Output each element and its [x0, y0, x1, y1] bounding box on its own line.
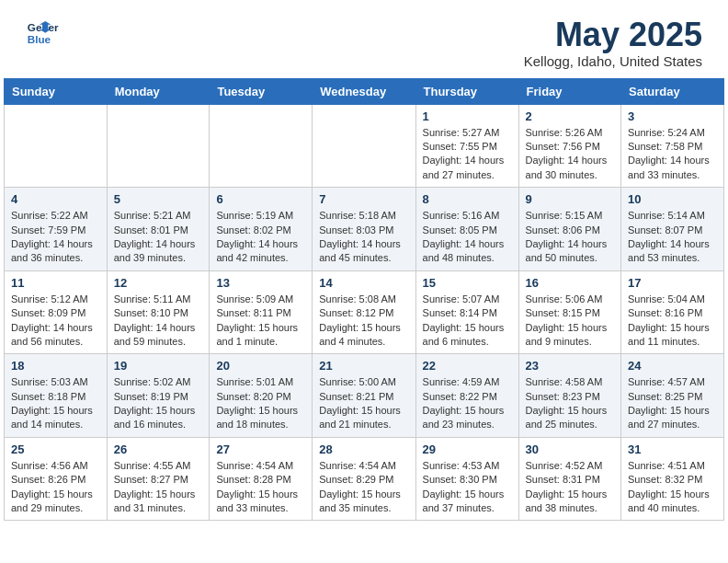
day-info: Sunrise: 5:15 AM Sunset: 8:06 PM Dayligh…	[526, 209, 615, 266]
header-thursday: Thursday	[415, 78, 518, 104]
title-block: May 2025 Kellogg, Idaho, United States	[524, 17, 702, 69]
day-number: 29	[423, 442, 512, 456]
table-row: 28Sunrise: 4:54 AM Sunset: 8:29 PM Dayli…	[313, 437, 415, 521]
table-row: 18Sunrise: 5:03 AM Sunset: 8:18 PM Dayli…	[5, 354, 108, 438]
day-number: 19	[114, 359, 203, 373]
table-row	[5, 104, 108, 188]
header-sunday: Sunday	[5, 78, 108, 104]
svg-text:Blue: Blue	[28, 33, 51, 45]
day-number: 17	[628, 276, 717, 290]
day-info: Sunrise: 4:53 AM Sunset: 8:30 PM Dayligh…	[423, 459, 512, 516]
table-row	[313, 104, 415, 188]
day-info: Sunrise: 5:24 AM Sunset: 7:58 PM Dayligh…	[628, 126, 717, 183]
table-row	[107, 104, 210, 188]
table-row: 7Sunrise: 5:18 AM Sunset: 8:03 PM Daylig…	[313, 188, 415, 271]
logo: General Blue	[26, 17, 59, 50]
day-info: Sunrise: 5:08 AM Sunset: 8:12 PM Dayligh…	[319, 293, 408, 350]
day-number: 30	[526, 442, 615, 456]
day-info: Sunrise: 4:55 AM Sunset: 8:27 PM Dayligh…	[114, 459, 203, 516]
day-info: Sunrise: 5:27 AM Sunset: 7:55 PM Dayligh…	[423, 126, 512, 183]
day-info: Sunrise: 5:07 AM Sunset: 8:14 PM Dayligh…	[423, 293, 512, 350]
table-row: 3Sunrise: 5:24 AM Sunset: 7:58 PM Daylig…	[621, 104, 724, 188]
day-number: 5	[114, 192, 203, 206]
location: Kellogg, Idaho, United States	[524, 53, 702, 69]
day-info: Sunrise: 5:11 AM Sunset: 8:10 PM Dayligh…	[114, 293, 203, 350]
table-row: 6Sunrise: 5:19 AM Sunset: 8:02 PM Daylig…	[210, 188, 313, 271]
day-info: Sunrise: 4:59 AM Sunset: 8:22 PM Dayligh…	[423, 375, 512, 432]
header-tuesday: Tuesday	[210, 78, 313, 104]
day-number: 15	[423, 276, 512, 290]
header-wednesday: Wednesday	[313, 78, 415, 104]
day-number: 10	[628, 192, 717, 206]
day-info: Sunrise: 4:52 AM Sunset: 8:31 PM Dayligh…	[526, 459, 615, 516]
day-info: Sunrise: 5:09 AM Sunset: 8:11 PM Dayligh…	[216, 293, 305, 350]
day-info: Sunrise: 4:57 AM Sunset: 8:25 PM Dayligh…	[628, 375, 717, 432]
day-info: Sunrise: 4:54 AM Sunset: 8:29 PM Dayligh…	[319, 459, 408, 516]
day-number: 3	[628, 109, 717, 123]
header-monday: Monday	[107, 78, 210, 104]
day-info: Sunrise: 5:01 AM Sunset: 8:20 PM Dayligh…	[216, 375, 305, 432]
day-info: Sunrise: 5:00 AM Sunset: 8:21 PM Dayligh…	[319, 375, 408, 432]
table-row: 21Sunrise: 5:00 AM Sunset: 8:21 PM Dayli…	[313, 354, 415, 438]
table-row: 14Sunrise: 5:08 AM Sunset: 8:12 PM Dayli…	[313, 270, 415, 354]
header-saturday: Saturday	[621, 78, 724, 104]
table-row: 23Sunrise: 4:58 AM Sunset: 8:23 PM Dayli…	[518, 354, 621, 438]
table-row: 26Sunrise: 4:55 AM Sunset: 8:27 PM Dayli…	[107, 437, 210, 521]
table-row: 27Sunrise: 4:54 AM Sunset: 8:28 PM Dayli…	[210, 437, 313, 521]
header-friday: Friday	[518, 78, 621, 104]
table-row: 15Sunrise: 5:07 AM Sunset: 8:14 PM Dayli…	[415, 270, 518, 354]
day-info: Sunrise: 5:26 AM Sunset: 7:56 PM Dayligh…	[526, 126, 615, 183]
table-row: 4Sunrise: 5:22 AM Sunset: 7:59 PM Daylig…	[5, 188, 108, 271]
table-row: 19Sunrise: 5:02 AM Sunset: 8:19 PM Dayli…	[107, 354, 210, 438]
week-row-2: 4Sunrise: 5:22 AM Sunset: 7:59 PM Daylig…	[5, 188, 724, 271]
day-number: 9	[526, 192, 615, 206]
day-number: 11	[11, 276, 100, 290]
day-number: 31	[628, 442, 717, 456]
table-row: 12Sunrise: 5:11 AM Sunset: 8:10 PM Dayli…	[107, 270, 210, 354]
day-info: Sunrise: 5:03 AM Sunset: 8:18 PM Dayligh…	[11, 375, 100, 432]
table-row: 10Sunrise: 5:14 AM Sunset: 8:07 PM Dayli…	[621, 188, 724, 271]
table-row: 9Sunrise: 5:15 AM Sunset: 8:06 PM Daylig…	[518, 188, 621, 271]
day-number: 20	[216, 359, 305, 373]
day-number: 6	[216, 192, 305, 206]
week-row-1: 1Sunrise: 5:27 AM Sunset: 7:55 PM Daylig…	[5, 104, 724, 188]
day-info: Sunrise: 5:06 AM Sunset: 8:15 PM Dayligh…	[526, 293, 615, 350]
day-info: Sunrise: 5:02 AM Sunset: 8:19 PM Dayligh…	[114, 375, 203, 432]
table-row: 11Sunrise: 5:12 AM Sunset: 8:09 PM Dayli…	[5, 270, 108, 354]
day-info: Sunrise: 5:16 AM Sunset: 8:05 PM Dayligh…	[423, 209, 512, 266]
month-title: May 2025	[524, 17, 702, 53]
day-number: 21	[319, 359, 408, 373]
week-row-5: 25Sunrise: 4:56 AM Sunset: 8:26 PM Dayli…	[5, 437, 724, 521]
day-number: 1	[423, 109, 512, 123]
day-info: Sunrise: 5:18 AM Sunset: 8:03 PM Dayligh…	[319, 209, 408, 266]
table-row: 25Sunrise: 4:56 AM Sunset: 8:26 PM Dayli…	[5, 437, 108, 521]
day-info: Sunrise: 4:56 AM Sunset: 8:26 PM Dayligh…	[11, 459, 100, 516]
table-row: 17Sunrise: 5:04 AM Sunset: 8:16 PM Dayli…	[621, 270, 724, 354]
day-number: 14	[319, 276, 408, 290]
table-row	[210, 104, 313, 188]
table-row: 5Sunrise: 5:21 AM Sunset: 8:01 PM Daylig…	[107, 188, 210, 271]
day-info: Sunrise: 5:04 AM Sunset: 8:16 PM Dayligh…	[628, 293, 717, 350]
day-info: Sunrise: 5:22 AM Sunset: 7:59 PM Dayligh…	[11, 209, 100, 266]
day-number: 22	[423, 359, 512, 373]
day-number: 12	[114, 276, 203, 290]
day-number: 2	[526, 109, 615, 123]
day-number: 7	[319, 192, 408, 206]
day-number: 27	[216, 442, 305, 456]
day-number: 13	[216, 276, 305, 290]
table-row: 1Sunrise: 5:27 AM Sunset: 7:55 PM Daylig…	[415, 104, 518, 188]
table-row: 22Sunrise: 4:59 AM Sunset: 8:22 PM Dayli…	[415, 354, 518, 438]
table-row: 16Sunrise: 5:06 AM Sunset: 8:15 PM Dayli…	[518, 270, 621, 354]
table-row: 24Sunrise: 4:57 AM Sunset: 8:25 PM Dayli…	[621, 354, 724, 438]
table-row: 20Sunrise: 5:01 AM Sunset: 8:20 PM Dayli…	[210, 354, 313, 438]
table-row: 2Sunrise: 5:26 AM Sunset: 7:56 PM Daylig…	[518, 104, 621, 188]
page-header: General Blue May 2025 Kellogg, Idaho, Un…	[4, 0, 724, 78]
day-info: Sunrise: 5:12 AM Sunset: 8:09 PM Dayligh…	[11, 293, 100, 350]
table-row: 8Sunrise: 5:16 AM Sunset: 8:05 PM Daylig…	[415, 188, 518, 271]
day-info: Sunrise: 5:14 AM Sunset: 8:07 PM Dayligh…	[628, 209, 717, 266]
logo-icon: General Blue	[26, 17, 59, 50]
day-info: Sunrise: 5:19 AM Sunset: 8:02 PM Dayligh…	[216, 209, 305, 266]
day-info: Sunrise: 5:21 AM Sunset: 8:01 PM Dayligh…	[114, 209, 203, 266]
day-info: Sunrise: 4:51 AM Sunset: 8:32 PM Dayligh…	[628, 459, 717, 516]
table-row: 13Sunrise: 5:09 AM Sunset: 8:11 PM Dayli…	[210, 270, 313, 354]
